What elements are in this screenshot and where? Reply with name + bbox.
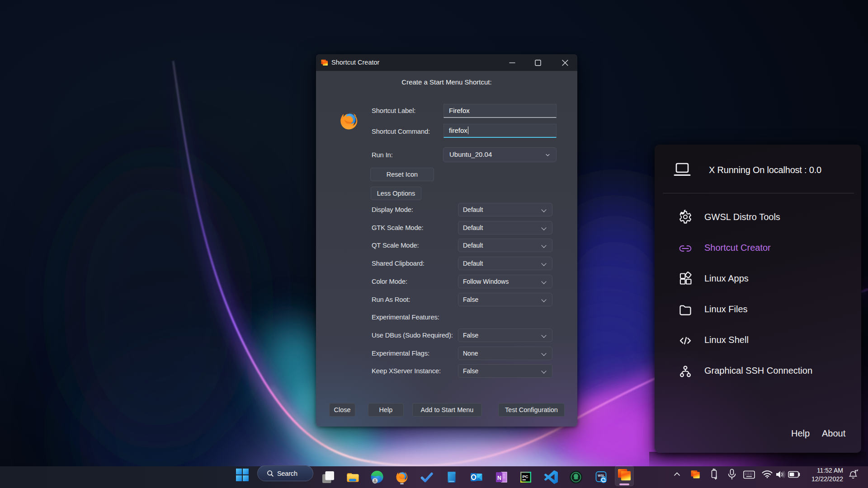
svg-text:N: N — [497, 475, 501, 481]
svg-text:WSL: WSL — [598, 474, 605, 477]
svg-text:PC: PC — [523, 474, 528, 479]
